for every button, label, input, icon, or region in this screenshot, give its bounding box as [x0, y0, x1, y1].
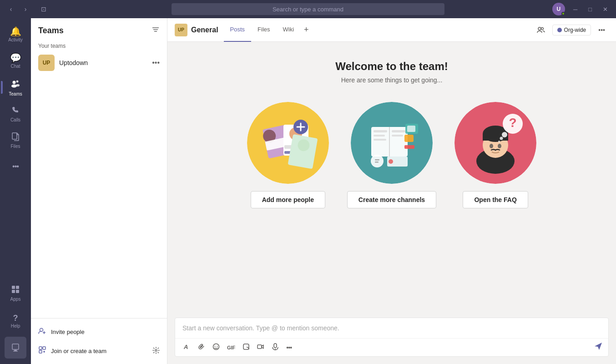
- cards-row: Add more people: [247, 102, 536, 208]
- svg-rect-51: [404, 145, 414, 149]
- sidebar-item-label: Teams: [9, 91, 22, 96]
- tab-wiki[interactable]: Wiki: [277, 18, 301, 42]
- status-indicator: [561, 12, 565, 15]
- svg-rect-74: [258, 345, 262, 349]
- svg-point-24: [538, 27, 541, 30]
- title-bar: ‹ › ⊡ U ─ □ ✕: [0, 0, 616, 18]
- create-channels-card: Create more channels: [347, 102, 436, 208]
- gif-button[interactable]: GIF: [224, 343, 238, 352]
- popout-icon[interactable]: ⊡: [38, 4, 49, 15]
- svg-point-71: [215, 346, 216, 347]
- sidebar-item-label: Chat: [10, 64, 20, 69]
- filter-button[interactable]: [151, 25, 160, 35]
- org-wide-button[interactable]: Org-wide: [552, 25, 591, 35]
- search-input[interactable]: [177, 6, 439, 13]
- join-icon: [38, 346, 46, 356]
- more-icon: •••: [12, 163, 19, 170]
- svg-rect-8: [16, 290, 19, 293]
- svg-rect-11: [13, 351, 18, 352]
- maximize-button[interactable]: □: [586, 6, 595, 13]
- svg-rect-54: [375, 162, 379, 163]
- add-tab-button[interactable]: +: [300, 18, 313, 42]
- minimize-button[interactable]: ─: [571, 6, 580, 13]
- sidebar-item-label: Help: [11, 324, 20, 329]
- svg-point-2: [11, 84, 17, 87]
- join-label: Join or create a team: [51, 348, 106, 354]
- svg-point-72: [217, 346, 218, 347]
- open-faq-button[interactable]: Open the FAQ: [463, 191, 528, 208]
- help-icon: ?: [13, 314, 18, 322]
- svg-rect-49: [407, 126, 415, 132]
- sidebar: 🔔 Activity 💬 Chat Teams Calls: [0, 18, 31, 364]
- chat-toolbar: A GIF: [175, 338, 608, 356]
- welcome-title: Welcome to the team!: [335, 60, 448, 73]
- join-create-action[interactable]: Join or create a team: [31, 341, 167, 360]
- svg-text:?: ?: [509, 116, 517, 130]
- emoji-button[interactable]: [210, 341, 222, 354]
- close-button[interactable]: ✕: [600, 6, 611, 13]
- sidebar-item-more[interactable]: •••: [3, 154, 28, 179]
- sidebar-item-label: Files: [10, 144, 20, 149]
- more-tools-button[interactable]: •••: [283, 342, 294, 353]
- teams-panel-title: Teams: [38, 26, 64, 35]
- tab-posts[interactable]: Posts: [224, 18, 252, 42]
- team-item[interactable]: UP Uptodown •••: [31, 51, 167, 75]
- calls-icon: [11, 106, 20, 116]
- svg-rect-44: [374, 135, 385, 136]
- tab-files[interactable]: Files: [251, 18, 276, 42]
- svg-rect-46: [392, 130, 405, 132]
- svg-rect-18: [39, 347, 42, 349]
- svg-point-62: [490, 144, 493, 148]
- svg-point-1: [16, 80, 19, 82]
- team-more-button[interactable]: •••: [152, 59, 160, 67]
- invite-label: Invite people: [51, 329, 85, 335]
- sidebar-item-files[interactable]: Files: [3, 127, 28, 153]
- sidebar-item-label: Activity: [8, 37, 23, 42]
- sticker-button[interactable]: [240, 341, 252, 354]
- svg-point-66: [502, 132, 507, 137]
- org-wide-label: Org-wide: [564, 27, 586, 33]
- svg-point-70: [213, 344, 219, 350]
- search-bar[interactable]: [172, 3, 444, 15]
- forward-button[interactable]: ›: [20, 4, 31, 15]
- members-button[interactable]: [533, 24, 549, 36]
- svg-rect-20: [39, 350, 42, 353]
- video-button[interactable]: [254, 341, 267, 354]
- sidebar-item-help[interactable]: ? Help: [3, 308, 28, 334]
- sidebar-item-teams[interactable]: Teams: [3, 75, 28, 100]
- channel-header: UP General Posts Files Wiki + Org-wide •…: [167, 18, 616, 42]
- chat-placeholder: Start a new conversation. Type @ to ment…: [182, 324, 339, 332]
- open-faq-illustration: ?: [454, 102, 536, 184]
- create-channels-button[interactable]: Create more channels: [347, 191, 436, 208]
- audio-button[interactable]: [269, 341, 282, 354]
- svg-point-56: [389, 159, 393, 164]
- sidebar-item-chat[interactable]: 💬 Chat: [3, 48, 28, 74]
- invite-icon: [38, 327, 46, 337]
- chat-input-area: Start a new conversation. Type @ to ment…: [175, 318, 609, 357]
- svg-rect-7: [12, 290, 15, 293]
- chat-input-box[interactable]: Start a new conversation. Type @ to ment…: [175, 318, 608, 338]
- sidebar-item-activity[interactable]: 🔔 Activity: [3, 22, 28, 47]
- team-avatar: UP: [38, 55, 55, 71]
- attach-button[interactable]: [195, 341, 208, 354]
- back-button[interactable]: ‹: [5, 4, 16, 15]
- invite-people-action[interactable]: Invite people: [31, 322, 167, 341]
- send-button[interactable]: [594, 342, 603, 353]
- add-people-button[interactable]: Add more people: [251, 191, 325, 208]
- sidebar-item-label: Apps: [10, 297, 21, 302]
- svg-point-68: [498, 141, 500, 142]
- add-people-illustration: [247, 102, 329, 184]
- activity-icon: 🔔: [10, 27, 21, 36]
- device-button[interactable]: [5, 337, 26, 359]
- svg-rect-9: [12, 344, 19, 349]
- svg-rect-45: [374, 139, 386, 141]
- svg-point-52: [371, 155, 384, 167]
- avatar[interactable]: U: [552, 3, 565, 15]
- channel-more-button[interactable]: •••: [595, 25, 609, 35]
- open-faq-card: ? Open the FAQ: [454, 102, 536, 208]
- teams-icon: [10, 79, 20, 90]
- sidebar-item-calls[interactable]: Calls: [3, 101, 28, 126]
- settings-icon[interactable]: [152, 347, 160, 355]
- format-button[interactable]: A: [181, 341, 193, 354]
- sidebar-item-apps[interactable]: Apps: [3, 280, 28, 306]
